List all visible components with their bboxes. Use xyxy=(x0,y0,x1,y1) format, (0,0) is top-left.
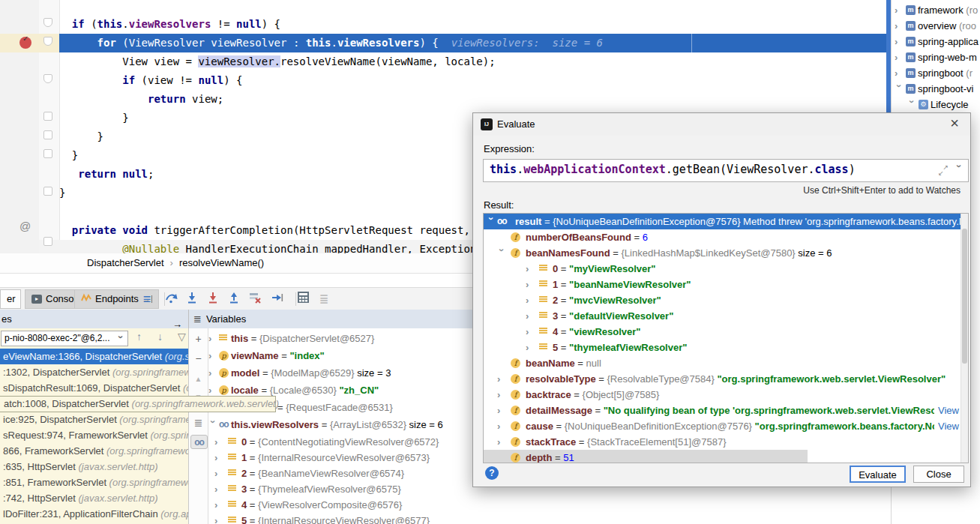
chevron-icon[interactable]: › xyxy=(214,497,223,513)
tab-debugger-partial[interactable]: er xyxy=(0,289,21,309)
chevron-icon[interactable]: › xyxy=(208,365,217,381)
frame-row[interactable]: :851, FrameworkServlet (org.springframew… xyxy=(0,475,188,490)
up-arrow-icon[interactable]: ↑ xyxy=(136,331,142,343)
frame-row[interactable]: 866, FrameworkServlet (org.springframewo xyxy=(0,443,188,459)
chevron-icon[interactable]: › xyxy=(895,18,904,34)
result-row[interactable]: ›fresolvableType = {ResolvableType@7584}… xyxy=(484,371,968,387)
dialog-titlebar[interactable]: IJ Evaluate × xyxy=(473,113,970,136)
chevron-icon[interactable]: › xyxy=(214,513,223,524)
maven-item-Lifecycle[interactable]: ›⚙Lifecycle xyxy=(892,97,980,112)
chevron-icon[interactable]: › xyxy=(526,340,535,355)
chevron-icon[interactable]: › xyxy=(526,292,535,308)
reset-frame-icon[interactable] xyxy=(247,292,263,307)
frame-row[interactable]: sRequest:974, FrameworkServlet (org.spri… xyxy=(0,427,188,443)
frame-row[interactable]: :742, HttpServlet (javax.servlet.http) xyxy=(0,490,188,506)
result-row[interactable]: fdepth = 51 xyxy=(484,450,808,463)
chevron-icon[interactable]: › xyxy=(214,481,223,497)
fold-marker-icon[interactable] xyxy=(43,37,52,46)
chevron-icon[interactable]: › xyxy=(497,403,506,418)
result-row[interactable]: ›3 = "defaultViewResolver" xyxy=(484,308,968,324)
frame-row[interactable]: eViewName:1366, DispatcherServlet (org.s… xyxy=(0,349,188,364)
view-link[interactable]: View xyxy=(934,418,959,434)
frame-row[interactable]: :1302, DispatcherServlet (org.springfram… xyxy=(0,364,188,380)
variable-row[interactable]: ›4 = {ViewResolverComposite@6576} xyxy=(189,497,980,513)
frame-row-tooltip[interactable]: atch:1008, DispatcherServlet (org.spring… xyxy=(0,396,276,412)
frame-row[interactable]: lDoFilter:231, ApplicationFilterChain (o… xyxy=(0,506,188,522)
hamburger-icon[interactable]: ≡ xyxy=(139,292,155,307)
maven-item-spring-applica[interactable]: ›mspring-applica xyxy=(892,34,980,49)
evaluate-expression-icon[interactable] xyxy=(295,292,311,307)
frame-row[interactable]: ice:925, DispatcherServlet (org.springfr… xyxy=(0,412,188,427)
result-row[interactable]: ›5 = "thymeleafViewResolver" xyxy=(484,340,968,355)
close-icon[interactable]: × xyxy=(946,115,963,132)
chevron-icon[interactable]: › xyxy=(895,49,904,65)
chevron-icon[interactable]: › xyxy=(214,450,223,466)
filter-icon[interactable]: ▽ xyxy=(178,331,186,343)
layout-icon[interactable]: ≣ xyxy=(316,292,332,307)
result-row[interactable]: fnumberOfBeansFound = 6 xyxy=(484,229,968,245)
help-icon[interactable]: ? xyxy=(485,466,499,480)
maven-item-springboot[interactable]: ›mspringboot (r xyxy=(892,65,980,81)
chevron-icon[interactable]: › xyxy=(494,249,510,258)
expression-input[interactable]: this.webApplicationContext.getBean(ViewR… xyxy=(483,159,969,182)
chevron-icon[interactable]: › xyxy=(526,261,535,277)
result-tree-scrollbar[interactable] xyxy=(961,214,968,463)
result-row[interactable]: ›2 = "mvcViewResolver" xyxy=(484,292,968,308)
thread-selector[interactable]: p-nio-8080-exec-2"@6,2... › xyxy=(1,331,128,346)
chevron-icon[interactable]: › xyxy=(526,277,535,292)
chevron-icon[interactable]: › xyxy=(214,434,223,450)
run-to-cursor-icon[interactable] xyxy=(269,292,286,307)
result-row[interactable]: ›ooresult = {NoUniqueBeanDefinitionExcep… xyxy=(484,214,968,229)
editor-scrollbar[interactable] xyxy=(886,0,891,113)
fold-marker-icon[interactable] xyxy=(43,112,52,121)
close-button[interactable]: Close xyxy=(913,466,964,483)
down-arrow-icon[interactable]: ↓ xyxy=(157,331,163,343)
breakpoint-icon[interactable]: ✓ xyxy=(19,37,31,49)
fold-marker-icon[interactable] xyxy=(43,237,52,246)
chevron-icon[interactable]: › xyxy=(904,100,920,109)
variables-panel-header[interactable]: ≣Variables xyxy=(189,310,246,328)
result-row[interactable]: ›fstackTrace = {StackTraceElement[51]@75… xyxy=(484,434,968,450)
frame-row[interactable]: sDispatchResult:1069, DispatcherServlet … xyxy=(0,380,188,396)
frames-panel-header[interactable]: es → xyxy=(0,310,189,328)
expand-icon[interactable]: ↗↙ xyxy=(938,165,949,175)
fold-marker-icon[interactable] xyxy=(43,149,52,158)
result-row[interactable]: ›0 = "myViewResolver" xyxy=(484,261,968,277)
chevron-icon[interactable]: › xyxy=(526,308,535,324)
evaluate-button[interactable]: Evaluate xyxy=(850,466,906,483)
frame-row[interactable]: :635, HttpServlet (javax.servlet.http) xyxy=(0,459,188,475)
maven-item-springboot-vi[interactable]: ›mspringboot-vi xyxy=(892,81,980,97)
variable-row[interactable]: ›5 = {InternalResourceViewResolver@6577} xyxy=(189,513,980,524)
breadcrumb-method[interactable]: resolveViewName() xyxy=(179,257,264,268)
chevron-icon[interactable]: › xyxy=(208,331,217,346)
step-over-icon[interactable] xyxy=(163,292,179,307)
code-line[interactable]: if (this.viewResolvers != null) { xyxy=(59,15,887,34)
result-row[interactable]: ›fdetailMessage = "No qualifying bean of… xyxy=(484,403,968,418)
result-row[interactable]: ›fbeanNamesFound = {LinkedHashMap$Linked… xyxy=(484,245,968,261)
chevron-icon[interactable]: › xyxy=(526,324,535,340)
code-line[interactable]: View view = viewResolver.resolveViewName… xyxy=(59,52,887,71)
maven-item-framework[interactable]: ›mframework (ro xyxy=(892,2,980,18)
chevron-icon[interactable]: › xyxy=(895,65,904,81)
force-step-into-icon[interactable] xyxy=(205,292,221,307)
view-link[interactable]: View xyxy=(934,403,959,418)
result-row[interactable]: ›4 = "viewResolver" xyxy=(484,324,968,340)
chevron-icon[interactable]: › xyxy=(892,85,907,94)
result-row[interactable]: fbeanName = null xyxy=(484,355,968,371)
result-tree[interactable]: ›ooresult = {NoUniqueBeanDefinitionExcep… xyxy=(483,213,969,463)
fold-marker-icon[interactable] xyxy=(43,74,52,83)
chevron-icon[interactable]: › xyxy=(214,466,223,481)
fold-marker-icon[interactable] xyxy=(43,187,52,196)
chevron-icon[interactable]: › xyxy=(497,418,506,434)
chevron-icon[interactable]: › xyxy=(497,387,506,403)
code-line[interactable]: return view; xyxy=(59,90,887,109)
maven-item-spring-web-m[interactable]: ›mspring-web-m xyxy=(892,49,980,65)
code-line[interactable]: if (view != null) { xyxy=(59,71,887,90)
fold-marker-icon[interactable] xyxy=(43,18,52,27)
result-row[interactable]: ›fcause = {NoUniqueBeanDefinitionExcepti… xyxy=(484,418,968,434)
chevron-icon[interactable]: › xyxy=(208,348,217,364)
code-line[interactable]: for (ViewResolver viewResolver : this.vi… xyxy=(59,34,887,52)
step-out-icon[interactable] xyxy=(226,292,242,307)
fold-marker-icon[interactable] xyxy=(43,130,52,139)
chevron-icon[interactable]: › xyxy=(497,371,506,387)
